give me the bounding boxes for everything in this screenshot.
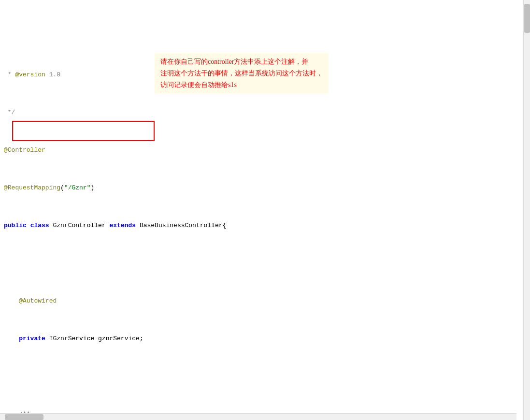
code-line-10	[4, 372, 519, 381]
vertical-scrollbar-thumb[interactable]	[524, 4, 530, 33]
code-line-1	[4, 32, 519, 42]
tooltip-annotation: 请在你自己写的controller方法中添上这个注解，并 注明这个方法干的事情，…	[155, 53, 329, 93]
editor-container: * @version 1.0 */ @Controller @RequestMa…	[0, 0, 530, 420]
horizontal-scrollbar[interactable]	[0, 413, 516, 420]
horizontal-scrollbar-thumb[interactable]	[5, 414, 43, 420]
code-line-4: @Controller	[4, 145, 519, 155]
code-line-7	[4, 259, 519, 268]
vertical-scrollbar[interactable]	[523, 0, 530, 420]
code-line-5: @RequestMapping("/Gznr")	[4, 183, 519, 193]
code-area[interactable]: * @version 1.0 */ @Controller @RequestMa…	[0, 0, 523, 420]
code-line-3: */	[4, 108, 519, 117]
code-line-9: private IGznrService gznrService;	[4, 334, 519, 344]
code-line-6: public class GznrController extends Base…	[4, 221, 519, 231]
code-line-8: @Autowired	[4, 296, 519, 306]
